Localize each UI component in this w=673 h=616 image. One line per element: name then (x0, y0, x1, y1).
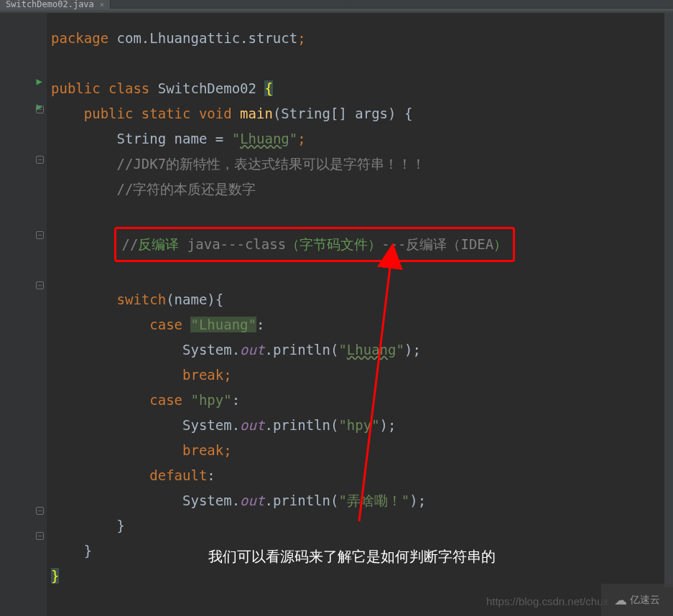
code-line: default: (51, 463, 673, 488)
annotation-text: 我们可以看源码来了解它是如何判断字符串的 (208, 544, 496, 569)
line-gutter (0, 13, 11, 616)
scrollbar[interactable] (664, 13, 673, 587)
fold-icon[interactable]: − (36, 281, 44, 289)
code-line: System.out.println("弄啥嘞！"); (51, 488, 673, 513)
fold-icon[interactable]: − (36, 231, 44, 239)
code-line: //反编译 java---class（字节码文件）---反编译（IDEA） (51, 227, 673, 262)
code-line: System.out.println("Lhuang"); (51, 337, 673, 363)
fold-icon[interactable]: − (36, 156, 44, 164)
code-line: public class SwitchDemo02 { (51, 76, 673, 101)
code-line: //JDK7的新特性，表达式结果可以是字符串！！！ (51, 151, 673, 177)
code-line: String name = "Lhuang"; (51, 126, 673, 151)
fold-icon[interactable]: − (36, 532, 44, 540)
code-editor[interactable]: package com.Lhuangattic.struct; public c… (47, 13, 673, 616)
code-line: case "hpy": (51, 388, 673, 413)
fold-icon[interactable]: − (36, 106, 44, 113)
code-line: break; (51, 363, 673, 388)
cloud-icon: ☁ (614, 592, 627, 608)
code-line: package com.Lhuangattic.struct; (51, 26, 673, 51)
fold-icon[interactable]: − (36, 507, 44, 515)
code-line: public static void main(String[] args) { (51, 101, 673, 126)
logo-badge: ☁ 亿速云 (601, 584, 673, 616)
code-line: switch(name){ (51, 287, 673, 312)
logo-text: 亿速云 (630, 594, 660, 607)
code-line: //字符的本质还是数字 (51, 177, 673, 202)
editor-area: ▶ ▶ − − − − − − package com.Lhuangattic.… (0, 13, 673, 616)
code-line: System.out.println("hpy"); (51, 413, 673, 438)
code-line: } (51, 513, 673, 538)
tab-filename: SwitchDemo02.java (6, 0, 94, 9)
code-line (51, 202, 673, 227)
gutter-icons: ▶ ▶ − − − − − − (11, 13, 47, 616)
code-line: case "Lhuang": (51, 312, 673, 337)
highlighted-comment: //反编译 java---class（字节码文件）---反编译（IDEA） (114, 227, 516, 262)
run-class-icon[interactable]: ▶ (37, 75, 42, 87)
code-line: break; (51, 438, 673, 463)
file-tab[interactable]: SwitchDemo02.java × (0, 0, 111, 9)
close-icon[interactable]: × (100, 0, 105, 9)
code-line (51, 51, 673, 76)
watermark-url: https://blog.csdn.net/chux (486, 595, 608, 607)
code-line (51, 262, 673, 287)
tab-bar: SwitchDemo02.java × (0, 0, 673, 9)
